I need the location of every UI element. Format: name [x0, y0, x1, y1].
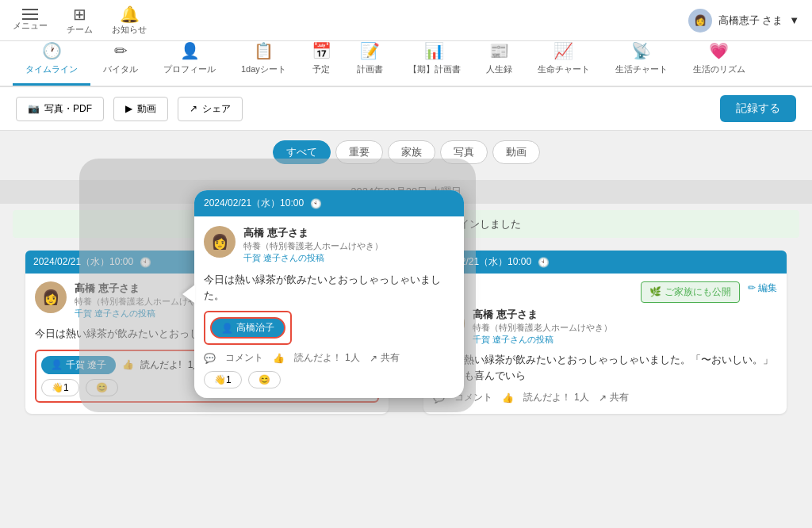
overlay-user-details: 高橋 恵子さま 特養（特別養護老人ホームけやき） 千賀 遼子さんの投稿: [243, 226, 383, 264]
toolbar-left: 📷 写真・PDF ▶ 動画 ↗ シェア: [16, 97, 243, 121]
edit-button[interactable]: ✏ 編集: [748, 281, 777, 303]
hamburger-icon: [22, 9, 38, 20]
main-content: 📷 写真・PDF ▶ 動画 ↗ シェア 記録する すべて 重要 家族 写真 動画…: [0, 87, 812, 528]
right-post-user-tag: 千賀 遼子さんの投稿: [473, 334, 612, 346]
overlay-comment-icon: 💬: [204, 353, 216, 364]
photo-pdf-button[interactable]: 📷 写真・PDF: [16, 97, 104, 121]
right-post-header: 2024/02/21（水）10:00 🕙: [423, 251, 787, 274]
life-chart-icon: 📈: [553, 41, 573, 60]
tab-interim-plan[interactable]: 📊 【期】計画書: [396, 35, 473, 86]
left-reaction-btn[interactable]: 👋1: [41, 379, 79, 396]
toolbar-area: 📷 写真・PDF ▶ 動画 ↗ シェア 記録する: [0, 87, 812, 131]
timeline-icon: 🕐: [42, 41, 62, 60]
interim-icon: 📊: [424, 41, 444, 60]
plan-icon: 📝: [360, 41, 380, 60]
video-icon: ▶: [125, 103, 132, 114]
overlay-person-icon: 👤: [221, 323, 233, 334]
team-label: チーム: [67, 24, 93, 36]
right-post-user-role: 特養（特別養護老人ホームけやき）: [473, 322, 612, 334]
video-button[interactable]: ▶ 動画: [113, 97, 168, 121]
overlay-header: 2024/02/21（水）10:00 🕙: [194, 190, 464, 216]
overlay-reaction-person: 高橋治子: [236, 321, 274, 335]
tab-timeline[interactable]: 🕐 タイムライン: [13, 35, 90, 86]
lifestyle-chart-icon: 📡: [631, 41, 651, 60]
public-button[interactable]: 🌿 ご家族にも公開: [641, 281, 739, 303]
left-post-avatar: 👩: [35, 281, 67, 313]
vital-icon: ✏: [114, 41, 128, 60]
menu-label: メニュー: [13, 20, 48, 32]
overlay-comment-link[interactable]: コメント: [225, 351, 263, 365]
tab-life-chart[interactable]: 📈 生命チャート: [525, 35, 603, 86]
overlay-body: 👩 高橋 恵子さま 特養（特別養護老人ホームけやき） 千賀 遼子さんの投稿 今日…: [194, 216, 464, 398]
overlay-share-link[interactable]: ↗ 共有: [370, 351, 400, 365]
tab-plan[interactable]: 📝 計画書: [344, 35, 396, 86]
right-post-card: 2024/02/21（水）10:00 🕙 🌿 ご家族にも公開 ✏ 編集 👩 高橋…: [423, 251, 787, 414]
tab-lifestyle-chart[interactable]: 📡 生活チャート: [603, 35, 680, 86]
photo-pdf-label: 写真・PDF: [44, 102, 92, 116]
tab-schedule[interactable]: 📅 予定: [299, 35, 344, 86]
share-button[interactable]: ↗ シェア: [178, 97, 243, 121]
overlay-card: 2024/02/21（水）10:00 🕙 👩 高橋 恵子さま 特養（特別養護老人…: [194, 190, 464, 398]
tab-oneday-label: 1dayシート: [241, 63, 286, 75]
share-label: シェア: [202, 102, 231, 116]
overlay-avatar: 👩: [204, 226, 236, 258]
tab-interim-plan-label: 【期】計画書: [408, 63, 461, 75]
filter-video[interactable]: 動画: [492, 140, 540, 164]
popup-arrow: [182, 285, 195, 304]
tab-profile[interactable]: 👤 プロフィール: [151, 35, 228, 86]
overlay-user-name: 高橋 恵子さま: [243, 226, 383, 240]
tab-vital-label: バイタル: [103, 63, 138, 75]
right-post-top-actions: 🌿 ご家族にも公開 ✏ 編集: [433, 281, 777, 303]
tab-schedule-label: 予定: [312, 63, 330, 75]
person-icon: 👤: [51, 359, 63, 370]
schedule-icon: 📅: [312, 41, 331, 60]
tab-timeline-label: タイムライン: [25, 63, 78, 75]
life-record-icon: 📰: [489, 41, 509, 60]
overlay-reaction-tag[interactable]: 👤 高橋治子: [210, 317, 285, 339]
tab-oneday[interactable]: 📋 1dayシート: [228, 35, 299, 86]
tab-plan-label: 計画書: [357, 63, 383, 75]
overlay-emoji-btn[interactable]: 😊: [248, 371, 281, 388]
right-post-user-info: 👩 高橋 恵子さま 特養（特別養護老人ホームけやき） 千賀 遼子さんの投稿: [433, 308, 777, 346]
share-icon: ↗: [190, 103, 197, 114]
team-item[interactable]: ⊞ チーム: [67, 5, 93, 36]
tab-life-rhythm-label: 生活のリズム: [693, 63, 745, 75]
right-read-link[interactable]: 読んだよ！ 1人: [523, 391, 589, 404]
camera-icon: 📷: [28, 103, 40, 114]
tab-life-chart-label: 生命チャート: [538, 63, 590, 75]
record-button[interactable]: 記録する: [720, 95, 796, 122]
video-label: 動画: [137, 102, 156, 116]
tab-profile-label: プロフィール: [163, 63, 216, 75]
tab-life-record-label: 人生録: [486, 63, 512, 75]
right-share-link[interactable]: ↗ 共有: [599, 391, 629, 404]
overlay-reaction-highlight: 👤 高橋治子: [204, 311, 292, 345]
life-rhythm-icon: 💗: [709, 41, 729, 60]
overlay-reaction-btn[interactable]: 👋1: [204, 371, 242, 388]
right-thumb-icon: 👍: [502, 392, 514, 404]
grid-icon: ⊞: [73, 5, 86, 24]
oneday-icon: 📋: [254, 41, 274, 60]
overlay-actions: 💬 コメント 👍 読んだよ！ 1人 ↗ 共有: [204, 351, 454, 365]
tab-nav: 🕐 タイムライン ✏ バイタル 👤 プロフィール 📋 1dayシート 📅 予定 …: [0, 41, 812, 87]
right-post-body: 今日は熱い緑茶が飲みたいとおっしゃっしゃいました。「〜おいしい。」ととても喜んで…: [433, 352, 777, 383]
tab-vital[interactable]: ✏ バイタル: [90, 35, 151, 86]
dropdown-icon[interactable]: ▼: [789, 14, 799, 26]
right-post-user-details: 高橋 恵子さま 特養（特別養護老人ホームけやき） 千賀 遼子さんの投稿: [473, 308, 612, 346]
right-post-user-name: 高橋 恵子さま: [473, 308, 612, 322]
user-name: 高橋恵子 さま: [718, 13, 783, 28]
overlay-text: 今日は熱い緑茶が飲みたいとおっしゃっしゃいました。: [204, 272, 454, 303]
overlay-read-link[interactable]: 読んだよ！ 1人: [294, 351, 360, 365]
overlay-user: 👩 高橋 恵子さま 特養（特別養護老人ホームけやき） 千賀 遼子さんの投稿: [204, 226, 454, 264]
bell-icon: 🔔: [120, 5, 140, 24]
overlay-with-arrow: 2024/02/21（水）10:00 🕙 👩 高橋 恵子さま 特養（特別養護老人…: [182, 190, 464, 398]
overlay-date: 2024/02/21（水）10:00: [204, 197, 304, 210]
notification-item[interactable]: 🔔 お知らせ: [112, 5, 147, 36]
tab-life-rhythm[interactable]: 💗 生活のリズム: [680, 35, 758, 86]
overlay-thumb-icon: 👍: [273, 353, 285, 364]
tab-life-record[interactable]: 📰 人生録: [473, 35, 525, 86]
record-label: 記録する: [736, 101, 780, 114]
menu-item[interactable]: メニュー: [13, 9, 48, 32]
user-info: 👩 高橋恵子 さま ▼: [688, 9, 800, 33]
nav-left: メニュー ⊞ チーム 🔔 お知らせ: [13, 5, 147, 36]
right-post-actions: 💬 コメント 👍 読んだよ！ 1人 ↗ 共有: [433, 391, 777, 404]
